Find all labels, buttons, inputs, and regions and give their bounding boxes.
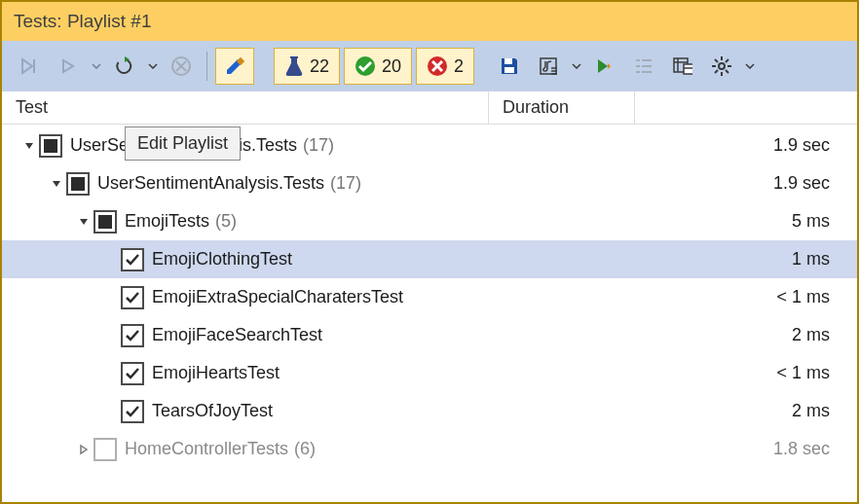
checkbox[interactable] bbox=[121, 286, 144, 309]
tree-label: EmojiClothingTest bbox=[152, 249, 292, 270]
svg-line-29 bbox=[715, 59, 718, 62]
tree-duration: < 1 ms bbox=[682, 287, 857, 307]
checkbox[interactable] bbox=[121, 362, 144, 385]
svg-rect-16 bbox=[642, 65, 652, 67]
run-dropdown[interactable] bbox=[90, 63, 103, 69]
playlist-button[interactable] bbox=[531, 49, 566, 84]
toolbar: 22 20 2 bbox=[2, 41, 857, 91]
svg-rect-14 bbox=[642, 59, 652, 61]
column-duration[interactable]: Duration bbox=[489, 91, 635, 124]
window-title: Tests: Playlist #1 bbox=[14, 11, 152, 32]
checkbox[interactable] bbox=[121, 324, 144, 347]
tree-row[interactable]: EmojiFaceSearchTest2 ms bbox=[2, 316, 857, 354]
svg-rect-22 bbox=[684, 64, 692, 74]
separator bbox=[206, 52, 207, 81]
tree-duration: 1.9 sec bbox=[682, 135, 857, 156]
playlist-dropdown[interactable] bbox=[570, 63, 583, 69]
run-profile-button[interactable] bbox=[587, 49, 622, 84]
tooltip: Edit Playlist bbox=[125, 126, 241, 161]
tree-count: (5) bbox=[215, 211, 237, 232]
tree-duration: 1.9 sec bbox=[682, 173, 857, 194]
tree-label: EmojiExtraSpecialCharatersTest bbox=[152, 287, 403, 307]
column-headers: Test Duration bbox=[2, 91, 857, 125]
expander-icon[interactable] bbox=[74, 216, 93, 228]
stop-button[interactable] bbox=[164, 49, 199, 84]
checkbox[interactable] bbox=[93, 210, 117, 234]
passed-count: 20 bbox=[382, 56, 401, 77]
tree-row[interactable]: TearsOfJoyTest2 ms bbox=[2, 392, 857, 430]
tree-label: HomeControllerTests bbox=[125, 439, 288, 459]
failed-count: 2 bbox=[454, 56, 464, 77]
checkbox[interactable] bbox=[121, 248, 144, 271]
tree-label: EmojiTests bbox=[125, 211, 209, 232]
tree-count: (17) bbox=[303, 135, 334, 156]
tree-label: EmojiHeartsTest bbox=[152, 363, 280, 383]
checkbox[interactable] bbox=[66, 172, 90, 196]
settings-button[interactable] bbox=[704, 49, 739, 84]
tree-label: TearsOfJoyTest bbox=[152, 401, 273, 421]
column-test[interactable]: Test bbox=[2, 91, 489, 124]
columns-button[interactable] bbox=[665, 49, 700, 84]
run-button[interactable] bbox=[51, 49, 86, 84]
tree-duration: 1 ms bbox=[682, 249, 857, 270]
tree-row[interactable]: HomeControllerTests (6)1.8 sec bbox=[2, 430, 857, 468]
total-count: 22 bbox=[310, 56, 329, 77]
tree-row[interactable]: UserSentimentAnalysis.Tests (17)1.9 sec bbox=[2, 164, 857, 202]
total-tests-badge[interactable]: 22 bbox=[274, 48, 340, 85]
repeat-dropdown[interactable] bbox=[146, 63, 160, 69]
expander-icon[interactable] bbox=[47, 178, 66, 190]
svg-line-32 bbox=[726, 59, 728, 62]
tree-duration: 5 ms bbox=[682, 211, 857, 232]
test-tree[interactable]: Edit Playlist UserSentimentAnalysis.Test… bbox=[2, 125, 857, 468]
tree-label: EmojiFaceSearchTest bbox=[152, 325, 322, 345]
edit-playlist-button[interactable] bbox=[215, 48, 254, 85]
tree-row[interactable]: EmojiExtraSpecialCharatersTest< 1 ms bbox=[2, 278, 857, 316]
checkbox[interactable] bbox=[39, 134, 62, 158]
tree-duration: < 1 ms bbox=[682, 363, 857, 383]
pass-icon bbox=[355, 55, 376, 77]
flask-icon bbox=[284, 55, 304, 77]
tree-row[interactable]: EmojiClothingTest1 ms bbox=[2, 240, 857, 278]
tree-count: (17) bbox=[330, 173, 361, 194]
svg-rect-5 bbox=[290, 56, 298, 58]
tree-label: UserSentimentAnalysis.Tests bbox=[97, 173, 324, 194]
svg-rect-0 bbox=[33, 59, 35, 73]
expander-icon[interactable] bbox=[74, 444, 93, 455]
checkbox[interactable] bbox=[121, 400, 144, 423]
svg-line-30 bbox=[726, 70, 728, 73]
checkbox[interactable] bbox=[93, 438, 117, 461]
svg-rect-10 bbox=[504, 58, 512, 64]
failed-tests-badge[interactable]: 2 bbox=[416, 48, 474, 85]
svg-rect-11 bbox=[504, 67, 514, 73]
tree-row[interactable]: EmojiTests (5)5 ms bbox=[2, 202, 857, 240]
save-button[interactable] bbox=[492, 49, 527, 84]
tree-row[interactable]: EmojiHeartsTest< 1 ms bbox=[2, 354, 857, 392]
window-title-bar: Tests: Playlist #1 bbox=[2, 2, 857, 41]
tree-count: (6) bbox=[294, 439, 316, 459]
svg-rect-17 bbox=[636, 71, 640, 73]
run-all-button[interactable] bbox=[12, 49, 47, 84]
svg-rect-18 bbox=[642, 71, 652, 73]
group-button[interactable] bbox=[626, 49, 661, 84]
svg-point-24 bbox=[719, 63, 725, 69]
svg-line-31 bbox=[715, 70, 718, 73]
svg-rect-15 bbox=[636, 65, 640, 67]
repeat-button[interactable] bbox=[107, 49, 142, 84]
svg-rect-13 bbox=[636, 59, 640, 61]
tree-duration: 1.8 sec bbox=[682, 439, 857, 459]
passed-tests-badge[interactable]: 20 bbox=[344, 48, 412, 85]
settings-dropdown[interactable] bbox=[743, 63, 757, 69]
expander-icon[interactable] bbox=[19, 140, 39, 152]
tree-duration: 2 ms bbox=[682, 325, 857, 345]
tree-duration: 2 ms bbox=[682, 401, 857, 421]
fail-icon bbox=[427, 55, 448, 77]
